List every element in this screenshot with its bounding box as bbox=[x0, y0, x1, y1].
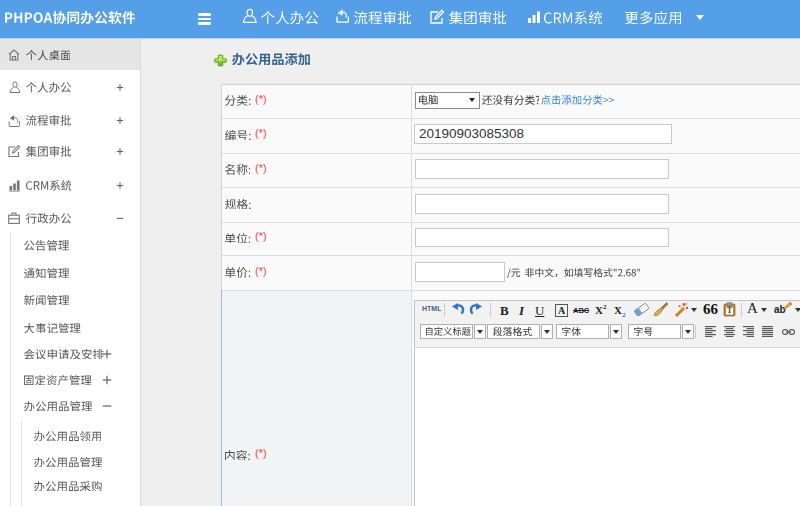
svg-text:T: T bbox=[727, 306, 732, 315]
